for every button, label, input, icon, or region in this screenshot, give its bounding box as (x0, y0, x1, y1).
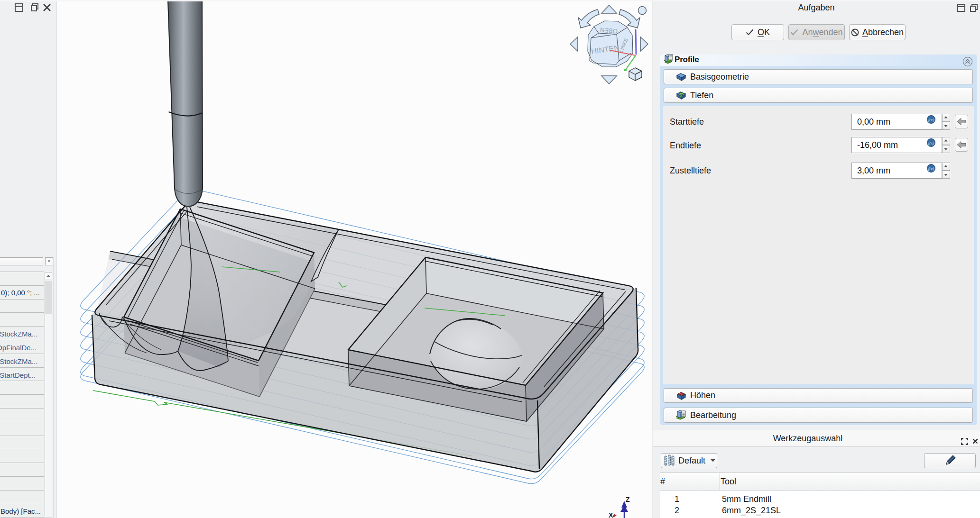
svg-text:f(x): f(x) (928, 118, 934, 122)
svg-text:OBEN: OBEN (600, 26, 618, 35)
svg-text:f(x): f(x) (928, 166, 934, 171)
svg-text:Z: Z (626, 496, 630, 503)
svg-text:f(x): f(x) (928, 141, 934, 145)
